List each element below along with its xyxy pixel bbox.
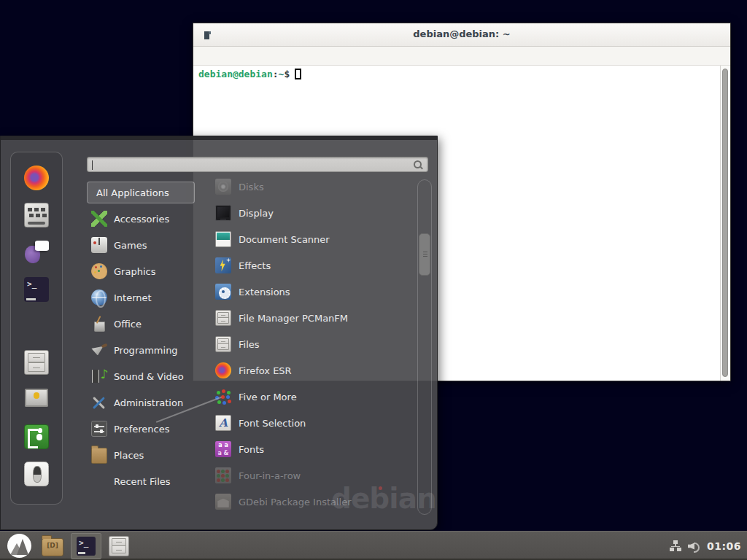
application-menu: All Applications Accessories Games Graph… xyxy=(0,136,438,530)
taskbar-left: [D] xyxy=(4,532,136,560)
app-row[interactable]: Five or More xyxy=(193,384,418,410)
menu-scrollbar[interactable] xyxy=(417,179,432,515)
cabinet-icon xyxy=(215,310,231,326)
file-cabinet-icon xyxy=(109,536,129,556)
terminal-icon xyxy=(24,277,49,302)
sidebar-launcher[interactable] xyxy=(24,350,49,375)
app-row[interactable]: File Manager PCManFM xyxy=(193,305,418,331)
administration-icon xyxy=(91,394,107,411)
logout-icon xyxy=(24,424,49,449)
category-row[interactable]: Games xyxy=(87,232,195,258)
menu-button[interactable] xyxy=(4,533,34,559)
app-label: File Manager PCManFM xyxy=(239,313,348,324)
taskbar: [D] 01:06 xyxy=(0,531,747,560)
app-row[interactable]: Files xyxy=(193,331,418,357)
app-row[interactable]: Fonts xyxy=(193,436,418,462)
lockscreen-icon xyxy=(24,387,49,412)
file-manager-launcher[interactable] xyxy=(106,533,132,559)
app-row[interactable]: Document Scanner xyxy=(193,226,418,252)
watermark-red-dot xyxy=(379,486,382,490)
category-row[interactable]: Administration xyxy=(87,389,195,416)
places-icon xyxy=(91,448,107,464)
search-icon xyxy=(414,160,423,170)
network-icon[interactable] xyxy=(670,540,681,551)
app-label: Document Scanner xyxy=(239,234,330,245)
app-row[interactable]: Firefox ESR xyxy=(193,357,418,384)
category-label: Games xyxy=(114,240,147,251)
terminal-titlebar[interactable]: debian@debian: ~ xyxy=(193,23,730,47)
sidebar-launcher[interactable] xyxy=(24,462,49,486)
app-row[interactable]: Font Selection xyxy=(193,410,418,436)
firefox-icon xyxy=(24,166,49,190)
terminal-scrollbar[interactable] xyxy=(720,66,730,381)
debian-watermark: debian xyxy=(331,482,436,515)
prompt-dollar: $ xyxy=(284,69,290,79)
category-list: All Applications Accessories Games Graph… xyxy=(87,182,195,494)
preferences-icon xyxy=(91,421,107,437)
window-title: debian@debian: ~ xyxy=(193,28,730,39)
sidebar-launcher[interactable] xyxy=(24,277,49,302)
category-label: Preferences xyxy=(114,424,169,435)
app-label: Four-in-a-row xyxy=(239,470,301,481)
clock[interactable]: 01:06 xyxy=(707,540,741,552)
window-control-button[interactable] xyxy=(687,31,695,39)
category-row[interactable]: Programming xyxy=(87,337,195,363)
app-label: Font Selection xyxy=(239,418,306,429)
category-row[interactable]: Preferences xyxy=(87,416,195,442)
menu-top-edge xyxy=(1,136,437,140)
category-label: Administration xyxy=(114,397,183,408)
menu-scrollbar-thumb[interactable] xyxy=(419,233,430,276)
category-row[interactable]: Sound & Video xyxy=(87,363,195,389)
window-control-button[interactable] xyxy=(712,31,720,39)
app-label: Five or More xyxy=(239,392,297,402)
volume-icon[interactable] xyxy=(688,541,700,551)
app-row[interactable]: Disks xyxy=(193,174,418,200)
app-label: Extensions xyxy=(239,287,290,298)
terminal-scrollbar-thumb[interactable] xyxy=(722,69,728,377)
app-label: Firefox ESR xyxy=(239,365,292,376)
office-icon xyxy=(91,316,107,332)
terminal-task-button[interactable] xyxy=(71,533,101,559)
text-caret xyxy=(92,160,93,170)
app-row[interactable]: Display xyxy=(193,200,418,226)
app-row[interactable]: Effects xyxy=(193,252,418,279)
desktop-folder-launcher[interactable]: [D] xyxy=(39,533,66,559)
sidebar-launcher[interactable] xyxy=(24,203,49,228)
sidebar-launcher[interactable] xyxy=(24,424,49,449)
menu-sidebar xyxy=(10,152,63,505)
app-row[interactable]: Extensions xyxy=(193,279,418,305)
category-label: Recent Files xyxy=(114,476,171,487)
category-row[interactable]: Recent Files xyxy=(87,468,195,494)
document-scanner-icon xyxy=(215,231,231,247)
internet-icon xyxy=(91,289,107,306)
sidebar-launcher[interactable] xyxy=(24,240,49,265)
window-controls xyxy=(662,31,720,39)
accessories-icon xyxy=(91,211,107,227)
prompt-user-host: debian@debian xyxy=(198,69,273,79)
category-row[interactable]: All Applications xyxy=(87,182,195,203)
app-label: Files xyxy=(239,339,260,350)
category-row[interactable]: Office xyxy=(87,311,195,337)
cabinet-icon xyxy=(215,336,231,352)
category-row[interactable]: Places xyxy=(87,442,195,468)
app-label: Disks xyxy=(239,182,264,192)
sound-video-icon xyxy=(91,368,107,384)
font-selection-icon xyxy=(215,415,231,431)
five-or-more-icon xyxy=(215,389,231,405)
sidebar-launcher[interactable] xyxy=(24,166,49,190)
category-label: All Applications xyxy=(96,187,169,198)
terminal-cursor xyxy=(295,69,301,79)
category-label: Places xyxy=(114,450,144,461)
application-list: Disks Display Document Scanner Effects E… xyxy=(193,174,418,515)
sidebar-launcher[interactable] xyxy=(24,387,49,412)
taskbar-tray: 01:06 xyxy=(670,532,741,560)
category-row[interactable]: Graphics xyxy=(87,258,195,284)
keyboard-icon xyxy=(24,203,49,228)
gdebi-icon xyxy=(215,494,231,510)
category-row[interactable]: Accessories xyxy=(87,206,195,232)
window-control-button[interactable] xyxy=(662,31,670,39)
search-box xyxy=(87,157,428,172)
search-input[interactable] xyxy=(90,158,411,171)
category-label: Internet xyxy=(114,292,152,303)
category-row[interactable]: Internet xyxy=(87,284,195,311)
